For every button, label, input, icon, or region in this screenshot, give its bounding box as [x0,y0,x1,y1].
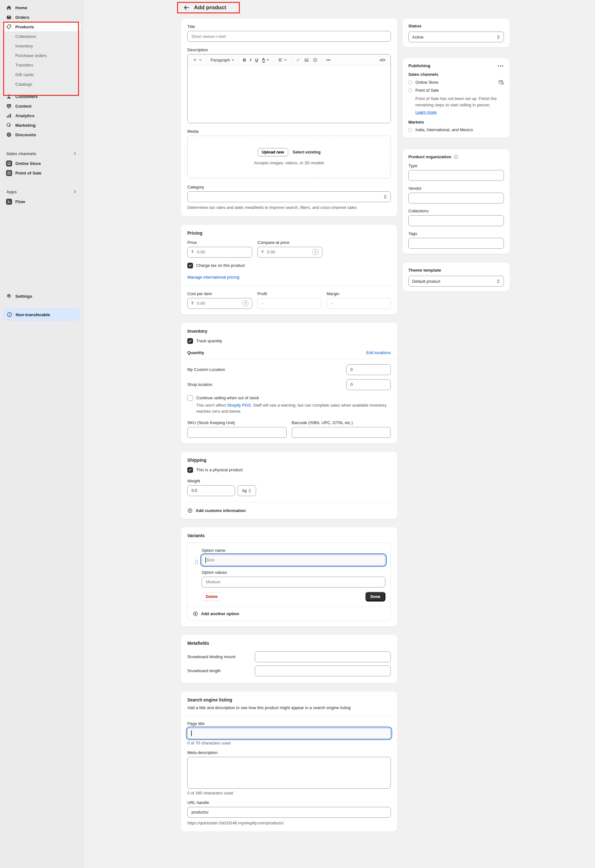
collections-input[interactable] [408,215,504,226]
sidebar-item-transfers[interactable]: Transfers [3,60,81,70]
vendor-input[interactable] [408,193,504,204]
add-customs-information-button[interactable]: Add customs information [187,508,391,513]
paragraph-style-button[interactable]: Paragraph [209,56,236,64]
quantity-input-custom-location[interactable] [346,364,391,375]
apps-header[interactable]: Apps [3,187,80,196]
tags-input[interactable] [408,238,504,249]
sidebar-item-analytics[interactable]: Analytics [3,111,81,120]
learn-more-link[interactable]: Learn more [415,110,436,115]
media-dropzone[interactable]: Upload new Select existing Accepts image… [187,136,391,178]
meta-description-textarea[interactable] [187,757,391,789]
track-quantity-checkbox[interactable]: Track quantity [187,338,391,344]
divider [181,359,397,359]
sidebar-item-discounts[interactable]: Discounts [3,130,81,139]
quantity-input-shop-location[interactable] [346,379,391,390]
sidebar-item-flow[interactable]: Flow [3,197,81,206]
seo-subtitle: Add a title and description to see how t… [187,705,391,710]
page-title-input[interactable] [187,728,391,739]
delete-option-button[interactable]: Delete [202,593,222,601]
compare-at-price-label: Compare-at price [257,240,322,245]
sidebar-item-point-of-sale[interactable]: S Point of Sale [3,168,81,178]
help-icon[interactable]: ? [242,300,248,306]
category-select[interactable] [187,191,391,202]
flow-badge-icon [6,199,12,205]
shopify-pos-link[interactable]: Shopify POS [227,403,251,407]
alignment-button[interactable] [276,56,289,64]
publishing-menu-button[interactable]: ••• [498,63,504,68]
sidebar-item-products[interactable]: Products [3,22,81,31]
sidebar-item-customers[interactable]: Customers [3,92,81,101]
checkbox-checked-icon [187,338,193,344]
continue-selling-checkbox[interactable]: Continue selling when out of stock [187,395,391,401]
compare-at-price-input[interactable]: ₹ ? [257,247,322,258]
schedule-calendar-icon[interactable] [499,80,504,85]
code-view-button[interactable]: </> [378,56,387,64]
text-color-button[interactable]: A [260,56,272,64]
metafield-input-length[interactable] [255,666,391,676]
manage-international-pricing-link[interactable]: Manage international pricing [187,275,239,280]
sidebar-item-label: Point of Sale [15,171,41,176]
weight-unit-select[interactable]: kg [238,485,256,496]
discounts-icon [6,132,12,137]
sales-channels-header[interactable]: Sales channels [3,149,80,158]
url-handle-input[interactable] [187,807,391,818]
non-transferable-banner[interactable]: Non-transferable [3,308,80,321]
sidebar-item-gift-cards[interactable]: Gift cards [3,70,81,79]
metafield-input-binding-mount[interactable] [255,651,391,662]
product-card: Title Description Paragraph [181,18,397,217]
text-caret [191,731,192,736]
sidebar-item-inventory[interactable]: Inventory [3,41,81,51]
sidebar-item-settings[interactable]: Settings [3,291,80,301]
sidebar-item-catalogs[interactable]: Catalogs [3,79,81,89]
metafield-label: Snowboard binding mount [187,654,255,659]
sidebar-item-orders[interactable]: Orders [3,12,81,22]
sku-input[interactable] [187,427,287,438]
currency-prefix: ₹ [261,249,264,254]
link-icon[interactable] [294,56,302,64]
info-icon[interactable] [453,154,458,159]
description-textarea[interactable] [188,66,391,123]
help-icon[interactable]: ? [313,249,319,255]
option-name-input[interactable] [202,555,385,565]
charge-tax-checkbox[interactable]: Charge tax on this product [187,263,391,269]
add-another-option-button[interactable]: Add another option [188,607,391,621]
italic-button[interactable]: I [248,56,253,64]
sidebar-item-marketing[interactable]: Marketing [3,120,81,130]
sidebar-item-home[interactable]: Home [3,3,81,12]
upload-new-button[interactable]: Upload new [258,148,288,156]
barcode-input[interactable] [292,427,391,438]
edit-locations-link[interactable]: Edit locations [366,350,391,355]
type-input[interactable] [408,170,504,181]
insert-video-button[interactable] [311,56,319,64]
theme-template-select[interactable]: Default product [408,276,504,286]
weight-input[interactable] [187,485,235,496]
sidebar-item-content[interactable]: Content [3,101,81,111]
plus-circle-icon [193,611,198,617]
option-value-input[interactable] [202,577,385,588]
title-input[interactable] [187,31,391,42]
status-select[interactable]: Active [408,31,504,42]
metafields-heading: Metafields [187,641,391,646]
organization-heading: Product organization [408,154,451,159]
back-arrow-icon[interactable] [183,4,189,11]
insert-image-button[interactable] [302,56,311,64]
url-handle-label: URL handle [187,800,391,805]
more-options-button[interactable]: ••• [324,56,332,64]
physical-product-checkbox[interactable]: This is a physical product [187,467,391,473]
margin-label: Margin [327,291,391,296]
drag-handle[interactable] [192,548,202,607]
done-button[interactable]: Done [365,592,385,601]
cost-per-item-input[interactable]: ₹ ? [187,298,252,309]
sidebar-item-collections[interactable]: Collections [3,31,81,41]
page-title-count: 0 of 70 characters used [187,741,391,745]
underline-button[interactable]: U [253,56,260,64]
select-chevron-icon [496,279,500,283]
sidebar-item-online-store[interactable]: Online Store [3,159,81,168]
sidebar-item-purchase-orders[interactable]: Purchase orders [3,51,81,60]
analytics-icon [6,113,12,118]
select-existing-button[interactable]: Select existing [293,150,321,154]
bold-button[interactable]: B [241,56,248,64]
sidebar: Home Orders Products Collections Invento… [0,0,83,868]
magic-text-button[interactable] [191,56,204,64]
price-input[interactable]: ₹ [187,247,252,258]
